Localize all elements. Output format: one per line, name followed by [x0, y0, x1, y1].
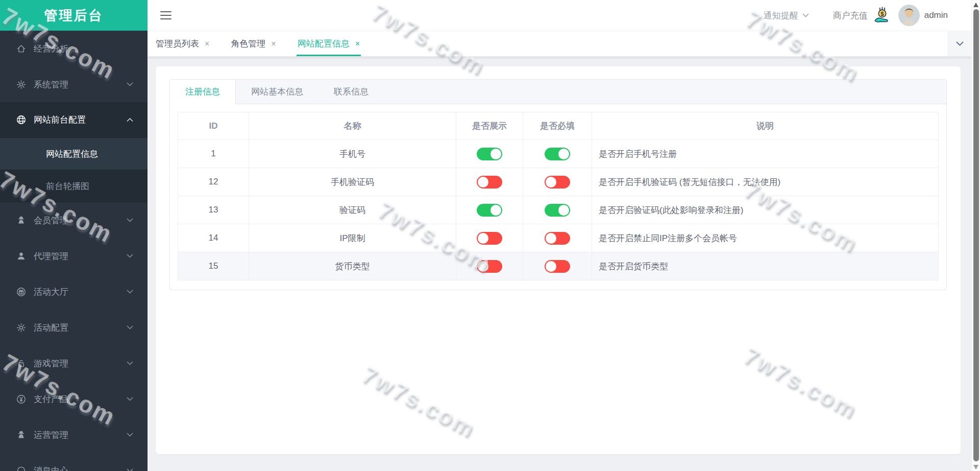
sidebar-item-member-management[interactable]: 会员管理 — [0, 202, 148, 238]
cell-id: 13 — [178, 196, 249, 224]
tabs-collapse-button[interactable] — [948, 31, 971, 56]
chevron-down-icon — [802, 13, 809, 17]
content-panel: 注册信息网站基本信息联系信息 ID名称是否展示是否必填说明 1手机号是否开启手机… — [156, 66, 961, 454]
message-icon — [16, 466, 26, 471]
sidebar-item-agent-management[interactable]: 代理管理 — [0, 238, 148, 274]
cell-id: 15 — [178, 252, 249, 280]
chevron-down-icon — [127, 218, 133, 222]
column-header: 名称 — [249, 112, 456, 140]
switch-knob — [558, 205, 569, 216]
toggle-switch-off[interactable] — [545, 232, 570, 245]
toggle-switch-on[interactable] — [545, 148, 570, 160]
sidebar-item-activity-config[interactable]: 活动配置 — [0, 310, 148, 345]
switch-knob — [478, 233, 488, 244]
app-logo: 管理后台 — [0, 0, 148, 31]
table-row: 14IP限制是否开启禁止同IP注册多个会员帐号 — [178, 224, 939, 252]
cell-name: 手机号 — [249, 140, 456, 168]
svg-text:$: $ — [880, 10, 884, 16]
sidebar-item-label: 消息中心 — [34, 465, 68, 471]
switch-knob — [546, 177, 556, 187]
chevron-up-icon — [127, 118, 133, 122]
card-tab-0[interactable]: 注册信息 — [170, 80, 236, 104]
vertical-scrollbar[interactable] — [971, 0, 980, 471]
sidebar-item-label: 会员管理 — [34, 215, 68, 226]
main-content: 注册信息网站基本信息联系信息 ID名称是否展示是否必填说明 1手机号是否开启手机… — [148, 57, 980, 471]
tab-close-icon[interactable]: × — [355, 40, 360, 48]
sidebar-group-site-frontend-config: 网站前台配置网站配置信息前台轮播图 — [0, 102, 148, 202]
column-header: ID — [178, 112, 249, 140]
tab-close-icon[interactable]: × — [271, 40, 276, 48]
scroll-down-arrow[interactable] — [973, 465, 978, 469]
tab-close-icon[interactable]: × — [205, 40, 209, 48]
cell-required — [523, 168, 592, 196]
cell-name: IP限制 — [249, 224, 456, 252]
cell-description: 是否开启手机号注册 — [592, 140, 939, 168]
hamburger-menu-icon[interactable] — [160, 11, 172, 19]
card-tab-2[interactable]: 联系信息 — [318, 80, 384, 104]
toggle-switch-off[interactable] — [477, 176, 502, 189]
sidebar-subitem-label: 前台轮播图 — [46, 180, 89, 192]
scrollbar-thumb[interactable] — [973, 9, 979, 461]
sidebar-item-label: 游戏管理 — [34, 358, 68, 369]
cell-id: 1 — [178, 140, 249, 168]
page-tab-2[interactable]: 网站配置信息× — [298, 31, 360, 56]
config-card-tabs: 注册信息网站基本信息联系信息 — [170, 80, 946, 104]
top-header: 通知提醒 商户充值 $ admin — [148, 0, 980, 31]
sidebar-item-business-analysis[interactable]: 经营分析 — [0, 31, 148, 66]
toggle-switch-on[interactable] — [477, 148, 502, 160]
config-tabs-card: 注册信息网站基本信息联系信息 ID名称是否展示是否必填说明 1手机号是否开启手机… — [169, 79, 947, 290]
cell-required — [523, 252, 592, 280]
card-tab-label: 网站基本信息 — [251, 87, 303, 97]
payment-icon — [16, 394, 26, 404]
sidebar-item-message-center[interactable]: 消息中心 — [0, 453, 148, 471]
page-tab-label: 管理员列表 — [156, 38, 199, 50]
page-tab-1[interactable]: 角色管理× — [231, 31, 276, 56]
chevron-down-icon — [127, 325, 133, 329]
cell-name: 手机验证码 — [249, 168, 456, 196]
sidebar-subitem-site-config-info[interactable]: 网站配置信息 — [0, 138, 148, 170]
sidebar-item-operations-management[interactable]: 运营管理 — [0, 417, 148, 453]
toggle-switch-on[interactable] — [477, 204, 502, 217]
cell-required — [523, 224, 592, 252]
cell-show — [456, 196, 523, 224]
chevron-down-icon — [127, 361, 133, 365]
sidebar-item-label: 系统管理 — [34, 79, 68, 90]
page-tab-0[interactable]: 管理员列表× — [156, 31, 209, 56]
sidebar-item-site-frontend-config[interactable]: 网站前台配置 — [0, 102, 148, 138]
notification-dropdown[interactable]: 通知提醒 — [764, 10, 809, 21]
sidebar-item-label: 经营分析 — [34, 43, 68, 55]
toggle-switch-off[interactable] — [477, 232, 502, 245]
avatar-photo — [898, 5, 920, 26]
sidebar-subitem-frontend-carousel[interactable]: 前台轮播图 — [0, 170, 148, 202]
chevron-down-icon — [127, 397, 133, 401]
sidebar-item-label: 支付产品 — [34, 393, 68, 405]
header-right-group: 通知提醒 商户充值 $ admin — [764, 5, 980, 26]
switch-knob — [546, 261, 556, 272]
gear-icon — [16, 80, 26, 89]
merchant-recharge-button[interactable]: 商户充值 $ — [833, 6, 892, 25]
page-tabs: 管理员列表×角色管理×网站配置信息× — [156, 31, 381, 56]
scroll-up-arrow[interactable] — [973, 3, 978, 7]
toggle-switch-on[interactable] — [545, 204, 570, 217]
switch-knob — [478, 177, 488, 187]
table-row: 13验证码是否开启验证码(此处影响登录和注册) — [178, 196, 939, 224]
username[interactable]: admin — [924, 10, 948, 20]
sidebar-item-label: 代理管理 — [34, 250, 68, 262]
toggle-switch-off[interactable] — [477, 260, 502, 273]
card-tab-1[interactable]: 网站基本信息 — [236, 80, 318, 104]
cell-show — [456, 224, 523, 252]
sidebar-item-activity-hall[interactable]: 活动大厅 — [0, 274, 148, 310]
activity-config-icon — [16, 323, 26, 333]
switch-knob — [491, 205, 501, 216]
avatar[interactable] — [898, 5, 920, 26]
sidebar-item-system-management[interactable]: 系统管理 — [0, 66, 148, 102]
card-tab-label: 注册信息 — [185, 87, 220, 97]
sidebar-item-payment-products[interactable]: 支付产品 — [0, 381, 148, 417]
toggle-switch-off[interactable] — [545, 176, 570, 189]
cell-required — [523, 196, 592, 224]
table-header-row: ID名称是否展示是否必填说明 — [178, 112, 939, 140]
toggle-switch-off[interactable] — [545, 260, 570, 273]
sidebar-item-game-management[interactable]: 游戏管理 — [0, 345, 148, 381]
chevron-down-icon — [127, 290, 133, 294]
coin-in-hand-icon: $ — [873, 6, 892, 25]
